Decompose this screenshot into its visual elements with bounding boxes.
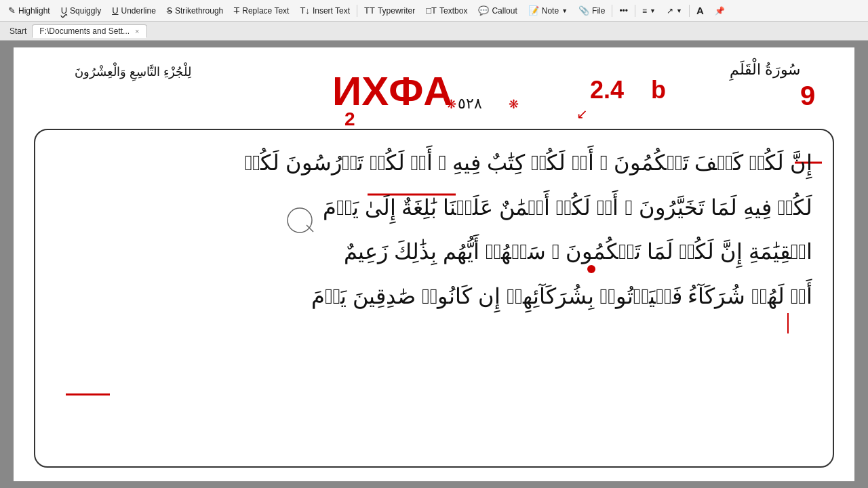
underline-label: Underline [121, 6, 156, 16]
active-tab[interactable]: F:\Documents and Sett... × [32, 24, 146, 38]
file-icon: 📎 [578, 5, 589, 16]
highlight-label: Highlight [18, 6, 50, 16]
pin-button[interactable]: 📌 [709, 4, 730, 18]
insert-text-label: Insert Text [313, 6, 350, 16]
document-page: سُورَةُ الْقَلَمِ لِلْجُزْءِ التَّاسِعِ … [14, 47, 854, 481]
separator-1 [357, 5, 357, 17]
tab-close-button[interactable]: × [135, 27, 139, 35]
callout-icon: 💬 [478, 5, 489, 16]
strikethrough-tool[interactable]: S̶ Strikethrough [161, 3, 229, 18]
typewriter-label: Typewriter [378, 6, 415, 16]
strikethrough-icon: S̶ [167, 5, 172, 16]
toolbar: ✎ Highlight U Squiggly U Underline S̶ St… [0, 0, 868, 22]
more-icon: ••• [619, 6, 628, 16]
replace-text-label: Replace Text [242, 6, 289, 16]
arrow-icon: ↗ [667, 6, 673, 16]
callout-label: Callout [492, 6, 517, 16]
svg-text:٥٢٨: ٥٢٨ [458, 95, 482, 112]
top-annotations: سُورَةُ الْقَلَمِ لِلْجُزْءِ التَّاسِعِ … [34, 54, 834, 129]
tabs-bar: Start F:\Documents and Sett... × [0, 22, 868, 41]
layout-button[interactable]: ≡ ▼ [637, 4, 661, 18]
callout-tool[interactable]: 💬 Callout [473, 3, 522, 18]
svg-text:↙: ↙ [576, 106, 588, 121]
font-button[interactable]: A [691, 3, 709, 18]
arabic-line-4: أَمۡ لَهُمۡ شُرَكَآءُ فَلۡيَأۡتُوا۟ بِشُ… [56, 277, 812, 317]
replace-text-tool[interactable]: T̶ Replace Text [229, 3, 294, 18]
svg-text:ИXФA: ИXФA [332, 68, 453, 114]
pin-icon: 📌 [715, 6, 725, 16]
file-label: File [592, 6, 605, 16]
underline-tool[interactable]: U Underline [106, 3, 161, 18]
squiggly-label: Squiggly [70, 6, 101, 16]
layout-dropdown-icon: ▼ [650, 7, 656, 14]
arabic-line-2: لَكُمۡ فِيهِ لَمَا تَخَيَّرُونَ ۞ أَمۡ ل… [56, 188, 812, 228]
svg-text:9: 9 [800, 81, 815, 110]
strikethrough-label: Strikethrough [175, 6, 223, 16]
svg-text:2: 2 [344, 108, 355, 129]
separator-4 [689, 5, 690, 17]
highlight-icon: ✎ [8, 5, 16, 16]
main-content: سُورَةُ الْقَلَمِ لِلْجُزْءِ التَّاسِعِ … [0, 41, 868, 488]
svg-text:❋: ❋ [446, 98, 456, 111]
arrow-dropdown-icon: ▼ [676, 7, 682, 14]
top-annotation-svg: ИXФA ❋ ❋ ٥٢٨ 2 2.4 b ↙ 9 p 2 1 9 [34, 54, 834, 129]
svg-text:2.4: 2.4 [590, 76, 624, 104]
typewriter-tool[interactable]: TT Typewriter [359, 3, 420, 18]
replace-text-icon: T̶ [234, 5, 239, 16]
quran-text-box: إِنَّ لَكُمۡ كَيۡفَ تَحۡكُمُونَ ۞ أَمۡ ل… [34, 129, 834, 468]
font-icon: A [696, 5, 704, 16]
file-tool[interactable]: 📎 File [573, 3, 610, 18]
insert-text-tool[interactable]: T↓ Insert Text [294, 3, 355, 18]
note-icon: 📝 [528, 5, 539, 16]
textbox-label: Textbox [439, 6, 467, 16]
note-label: Note [542, 6, 559, 16]
note-tool[interactable]: 📝 Note ▼ [523, 3, 573, 18]
svg-text:b: b [651, 76, 666, 104]
textbox-icon: □T [426, 5, 437, 16]
layout-icon: ≡ [642, 6, 647, 16]
note-dropdown-icon: ▼ [561, 7, 568, 14]
more-tools-button[interactable]: ••• [614, 4, 633, 18]
arabic-line-3: الۡقِيَٰمَةِ إِنَّ لَكُمۡ لَمَا تَحۡكُمُ… [56, 232, 812, 272]
active-tab-label: F:\Documents and Sett... [39, 26, 130, 36]
separator-3 [635, 5, 635, 17]
squiggly-tool[interactable]: U Squiggly [56, 3, 106, 18]
insert-text-icon: T↓ [300, 5, 309, 16]
arrow-button[interactable]: ↗ ▼ [661, 4, 688, 18]
svg-text:❋: ❋ [509, 98, 519, 111]
separator-2 [612, 5, 612, 17]
start-label: Start [9, 26, 26, 36]
textbox-tool[interactable]: □T Textbox [420, 3, 473, 18]
squiggly-icon: U [61, 5, 67, 16]
highlight-tool[interactable]: ✎ Highlight [3, 3, 56, 18]
start-tab[interactable]: Start [4, 25, 32, 37]
underline-icon: U [112, 5, 118, 16]
arabic-line-1: إِنَّ لَكُمۡ كَيۡفَ تَحۡكُمُونَ ۞ أَمۡ ل… [56, 144, 812, 183]
typewriter-icon: TT [364, 5, 375, 16]
